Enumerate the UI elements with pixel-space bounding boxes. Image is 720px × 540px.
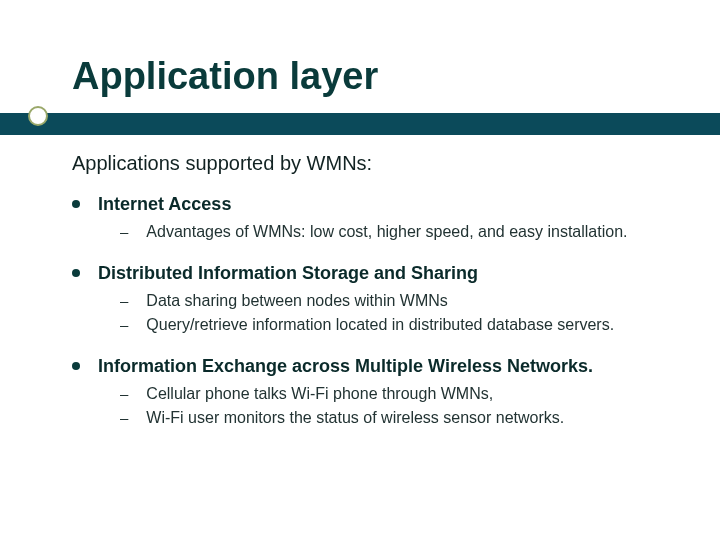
sub-text: Query/retrieve information located in di… — [146, 314, 614, 336]
sub-item: – Query/retrieve information located in … — [120, 314, 680, 336]
sub-list: – Advantages of WMNs: low cost, higher s… — [120, 221, 680, 243]
slide-title: Application layer — [72, 55, 680, 98]
bullet-icon — [72, 200, 80, 208]
slide: Application layer Applications supported… — [0, 0, 720, 540]
sub-text: Wi-Fi user monitors the status of wirele… — [146, 407, 564, 429]
sub-list: – Cellular phone talks Wi-Fi phone throu… — [120, 383, 680, 429]
list-item: Distributed Information Storage and Shar… — [72, 263, 680, 336]
bullet-row: Distributed Information Storage and Shar… — [72, 263, 680, 284]
list-item: Internet Access – Advantages of WMNs: lo… — [72, 194, 680, 243]
bullet-icon — [72, 269, 80, 277]
accent-bar — [0, 113, 720, 135]
sub-item: – Advantages of WMNs: low cost, higher s… — [120, 221, 680, 243]
slide-subtitle: Applications supported by WMNs: — [72, 152, 372, 175]
sub-text: Cellular phone talks Wi-Fi phone through… — [146, 383, 493, 405]
accent-circle-icon — [28, 106, 48, 126]
sub-item: – Wi-Fi user monitors the status of wire… — [120, 407, 680, 429]
sub-item: – Data sharing between nodes within WMNs — [120, 290, 680, 312]
list-item: Information Exchange across Multiple Wir… — [72, 356, 680, 429]
dash-icon: – — [120, 383, 128, 405]
bullet-row: Information Exchange across Multiple Wir… — [72, 356, 680, 377]
dash-icon: – — [120, 407, 128, 429]
bullet-label: Distributed Information Storage and Shar… — [98, 263, 478, 284]
bullet-icon — [72, 362, 80, 370]
sub-text: Data sharing between nodes within WMNs — [146, 290, 447, 312]
bullet-label: Internet Access — [98, 194, 231, 215]
sub-text: Advantages of WMNs: low cost, higher spe… — [146, 221, 627, 243]
sub-list: – Data sharing between nodes within WMNs… — [120, 290, 680, 336]
content-area: Internet Access – Advantages of WMNs: lo… — [72, 194, 680, 449]
bullet-row: Internet Access — [72, 194, 680, 215]
dash-icon: – — [120, 221, 128, 243]
bullet-label: Information Exchange across Multiple Wir… — [98, 356, 593, 377]
sub-item: – Cellular phone talks Wi-Fi phone throu… — [120, 383, 680, 405]
title-area: Application layer — [72, 55, 680, 98]
dash-icon: – — [120, 314, 128, 336]
dash-icon: – — [120, 290, 128, 312]
